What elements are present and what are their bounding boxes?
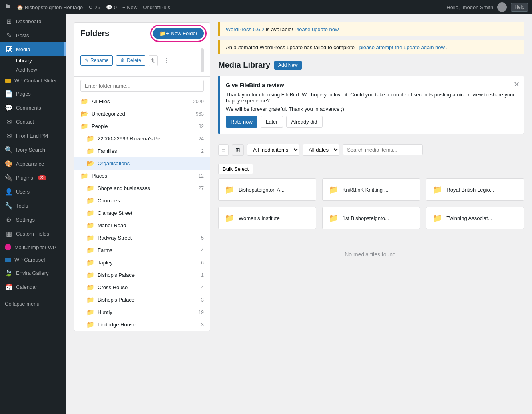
folder-row-families[interactable]: 📁 Families 2 [74, 145, 210, 157]
undraftplus-link[interactable]: UndraftPlus [143, 4, 170, 10]
bulk-select-button[interactable]: Bulk Select [218, 164, 253, 174]
sidebar-item-calendar[interactable]: 📅 Calendar [0, 280, 66, 294]
media-search-input[interactable] [343, 144, 423, 155]
sidebar-item-comments[interactable]: 💬 Comments [0, 101, 66, 115]
media-library-title: Media Library [218, 60, 270, 70]
folder-row-farms[interactable]: 📁 Farms 4 [74, 244, 210, 256]
posts-icon: ✎ [5, 32, 13, 39]
folder-name-huntly: Huntly [98, 309, 195, 315]
sidebar-sub-library[interactable]: Library [0, 56, 66, 65]
updates-item[interactable]: ↻ 26 [88, 4, 100, 10]
sidebar-item-pages[interactable]: 📄 Pages [0, 87, 66, 101]
media-toolbar: ≡ ⊞ All media items All dates [218, 140, 524, 160]
folder-row-bishopspalace2[interactable]: 📁 Bishop's Palace 3 [74, 294, 210, 306]
users-icon: 👤 [5, 188, 13, 196]
folder-search-input[interactable] [80, 80, 204, 92]
sidebar-item-plugins[interactable]: 🔌 Plugins 22 [0, 171, 66, 185]
site-name-link[interactable]: Bishopsteignton Heritage [25, 4, 83, 10]
update-notice-text: is available! [266, 26, 295, 32]
folder-row-shopsandbusiness[interactable]: 📁 Shops and businesses 27 [74, 182, 210, 194]
new-folder-button[interactable]: 📁+ New Folder [153, 28, 204, 39]
sidebar-item-frontendpm[interactable]: ✉ Front End PM [0, 129, 66, 143]
sidebar-item-customfields[interactable]: ▦ Custom Fields [0, 227, 66, 241]
folder-row-uncategorized[interactable]: 📂 Uncategorized 963 [74, 108, 210, 120]
list-view-button[interactable]: ≡ [218, 144, 229, 156]
sidebar-item-appearance[interactable]: 🎨 Appearance [0, 157, 66, 171]
attempt-update-link[interactable]: please attempt the update again now [359, 44, 445, 50]
new-link[interactable]: + New [122, 4, 137, 10]
review-card-text2: We will be forever grateful. Thank you i… [226, 106, 518, 112]
folder-row-clanagestreet[interactable]: 📁 Clanage Street [74, 207, 210, 219]
folder-row-rowena[interactable]: 📁 22000-22999 Rowena's Pe... 24 [74, 132, 210, 145]
comments-item[interactable]: 💬 0 [106, 4, 117, 10]
media-folder-1stbishopsteignto[interactable]: 📁 1st Bishopsteignto... [322, 207, 420, 229]
sidebar-item-ivorysearch[interactable]: 🔍 Ivory Search [0, 143, 66, 157]
folder-name-uncategorized: Uncategorized [92, 111, 193, 117]
sort-icon-button[interactable]: ⇅ [149, 55, 158, 66]
review-card-title: Give FileBird a review [226, 82, 518, 88]
rate-now-button[interactable]: Rate now [226, 116, 257, 128]
folder-row-manorroad[interactable]: 📁 Manor Road [74, 219, 210, 232]
folder-name-clanagestreet: Clanage Street [98, 210, 201, 216]
folder-row-allfiles[interactable]: 📁 All Files 2029 [74, 95, 210, 108]
later-button[interactable]: Later [261, 116, 283, 128]
rename-icon: ✎ [85, 58, 89, 63]
folder-row-huntly[interactable]: 📁 Huntly 19 [74, 306, 210, 318]
sidebar-item-tools[interactable]: 🔧 Tools [0, 199, 66, 213]
sidebar-item-users[interactable]: 👤 Users [0, 185, 66, 199]
please-update-link[interactable]: Please update now [295, 26, 339, 32]
delete-button[interactable]: 🗑 Delete [116, 55, 145, 66]
more-icon[interactable]: ⋮ [161, 55, 171, 66]
wordpress-version-link[interactable]: WordPress 5.6.2 [226, 26, 265, 32]
all-dates-select[interactable]: All dates [303, 144, 339, 156]
sidebar-item-dashboard[interactable]: ⊞ Dashboard [0, 14, 66, 28]
collapse-menu[interactable]: Collapse menu [0, 298, 66, 310]
sidebar-item-settings[interactable]: ⚙ Settings [0, 213, 66, 227]
folder-row-lindridgehouse[interactable]: 📁 Lindridge House 3 [74, 318, 210, 331]
sidebar-item-wpcontactslider[interactable]: WP Contact Slider [0, 74, 66, 87]
help-button[interactable]: Help [511, 3, 528, 12]
folder-row-bishopspalace1[interactable]: 📁 Bishop's Palace 1 [74, 269, 210, 281]
new-folder-icon: 📁+ [159, 30, 169, 36]
folder-row-churches[interactable]: 📁 Churches [74, 194, 210, 207]
folder-row-people[interactable]: 📁 People 82 [74, 120, 210, 132]
media-folder-knitkink[interactable]: 📁 Knit&tinK Knitting ... [322, 178, 420, 201]
folder-name-crosshouse: Cross House [98, 284, 198, 290]
admin-bar: ⚑ 🏠 Bishopsteignton Heritage ↻ 26 💬 0 + … [0, 0, 532, 14]
enviragallery-icon: 🍃 [5, 269, 13, 277]
folder-row-organisations[interactable]: 📂 Organisations [74, 157, 210, 170]
sidebar-item-mailchimp[interactable]: MailChimp for WP [0, 241, 66, 254]
sidebar-sub-addnew[interactable]: Add New [0, 65, 66, 74]
sidebar-label-comments: Comments [16, 105, 41, 111]
sidebar-item-media[interactable]: 🖼 Media [0, 42, 66, 56]
folder-count-farms: 4 [201, 248, 204, 253]
all-media-select[interactable]: All media items [247, 144, 299, 156]
folder-name-bishopspalace1: Bishop's Palace [98, 272, 198, 278]
folder-row-places[interactable]: 📁 Places 12 [74, 170, 210, 182]
review-close-button[interactable]: ✕ [514, 80, 520, 89]
collapse-label: Collapse menu [5, 301, 40, 307]
folder-row-crosshouse[interactable]: 📁 Cross House 4 [74, 281, 210, 294]
grid-view-button[interactable]: ⊞ [232, 144, 244, 156]
add-new-button[interactable]: Add New [274, 61, 302, 70]
media-folder-twinningassoc[interactable]: 📁 Twinning Associat... [426, 207, 524, 229]
sidebar-item-posts[interactable]: ✎ Posts [0, 28, 66, 42]
already-did-button[interactable]: Already did [286, 116, 323, 128]
sidebar-item-contact[interactable]: ✉ Contact [0, 115, 66, 129]
folder-row-radwaystreet[interactable]: 📁 Radway Street 5 [74, 232, 210, 244]
media-folder-womensinstitute[interactable]: 📁 Women's Institute [218, 207, 316, 229]
comments-count: 0 [114, 4, 117, 10]
updates-icon: ↻ [88, 4, 93, 10]
updates-count: 26 [94, 4, 100, 10]
folder-name-places: Places [92, 173, 195, 179]
sidebar-item-wpcarousel[interactable]: WP Carousel [0, 254, 66, 266]
folder-count-crosshouse: 4 [201, 285, 204, 290]
folder-name-shopsandbusiness: Shops and businesses [98, 185, 195, 191]
site-name[interactable]: 🏠 Bishopsteignton Heritage [17, 4, 83, 10]
sidebar-item-enviragallery[interactable]: 🍃 Envira Gallery [0, 266, 66, 280]
media-folder-royalbritish[interactable]: 📁 Royal British Legio... [426, 178, 524, 201]
wp-logo-icon[interactable]: ⚑ [4, 2, 11, 12]
folder-row-tapley[interactable]: 📁 Tapley 6 [74, 256, 210, 269]
rename-button[interactable]: ✎ Rename [80, 55, 113, 66]
media-folder-bishopsteignton[interactable]: 📁 Bishopsteignton A... [218, 178, 316, 201]
